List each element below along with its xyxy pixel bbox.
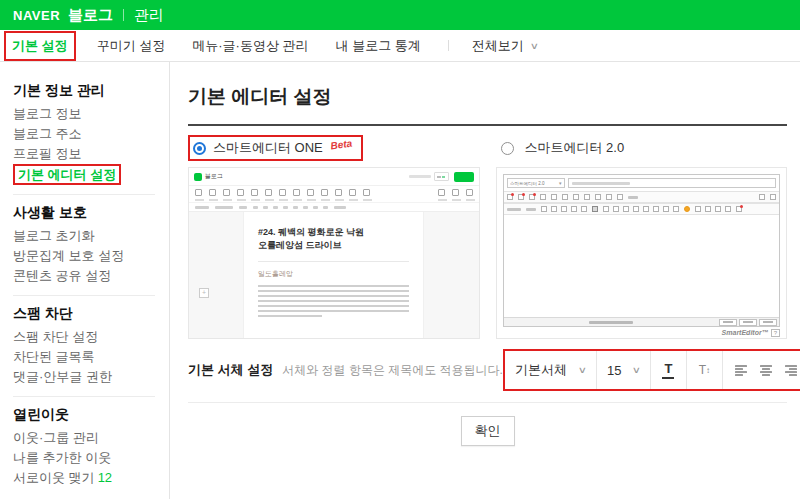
confirm-button[interactable]: 확인 — [461, 416, 515, 446]
format-icon — [613, 206, 619, 212]
font-settings-label: 기본 서체 설정 — [188, 361, 273, 379]
alignment-buttons — [723, 351, 800, 389]
editor-one-label: 스마트에디터 ONE — [213, 139, 323, 157]
sidebar-item-spam-block-settings[interactable]: 스팸 차단 설정 — [13, 327, 169, 347]
toolbar-icon — [279, 189, 286, 196]
font-apply-icon: T — [662, 361, 674, 379]
toolbar-icon — [349, 189, 356, 196]
tab-basic-settings[interactable]: 기본 설정 — [4, 31, 76, 61]
format-icon — [715, 206, 721, 212]
plus-icon: + — [199, 288, 209, 298]
toolbar-icon — [251, 189, 258, 196]
format-icon — [561, 206, 567, 212]
service-name[interactable]: 블로그 — [68, 6, 113, 25]
toolbar-icon — [335, 189, 342, 196]
editor-two-radio-option[interactable]: 스마트에디터 2.0 — [496, 137, 634, 159]
toolbar-icon — [617, 194, 623, 200]
editor-two-toolbar-top — [504, 191, 780, 203]
font-size-dropdown[interactable]: 15 ∨ — [597, 351, 651, 389]
format-icon — [551, 206, 557, 212]
radio-unselected-icon[interactable] — [501, 142, 514, 155]
top-header: NAVER 블로그 관리 — [0, 0, 800, 30]
format-icon — [623, 206, 629, 212]
editor-one-toolbar — [189, 185, 479, 202]
toolbar-icon — [584, 194, 590, 200]
toolbar-icon — [265, 189, 272, 196]
toolbar-icon — [573, 194, 579, 200]
editor-one-radio-option[interactable]: 스마트에디터 ONE Beta — [188, 135, 363, 161]
tab-my-blog-stats[interactable]: 내 블로그 통계 — [336, 37, 421, 55]
document-subtitle: 일도흘레앙 — [258, 269, 409, 279]
sidebar-item-added-me[interactable]: 나를 추가한 이웃 — [13, 448, 169, 468]
toolbar-icon — [759, 194, 765, 200]
editor-two-empty-body — [504, 215, 780, 317]
font-family-value: 기본서체 — [515, 361, 567, 379]
format-icon — [571, 206, 577, 212]
editor-two-toolbar-format — [504, 203, 780, 215]
align-right-icon[interactable] — [785, 365, 797, 376]
all-view-dropdown[interactable]: 전체보기 ∨ — [472, 37, 538, 55]
blog-app-name: 블로그 — [205, 172, 223, 181]
sidebar-item-basic-editor-settings[interactable]: 기본 에디터 설정 — [13, 164, 121, 185]
font-family-dropdown[interactable]: 기본서체 ∨ — [505, 351, 597, 389]
align-center-icon[interactable] — [760, 365, 772, 376]
nav-divider — [448, 40, 449, 51]
sidebar-divider — [13, 295, 155, 296]
format-icon — [303, 206, 308, 209]
sidebar-item-neighbor-group[interactable]: 이웃·그룹 관리 — [13, 428, 169, 448]
toolbar-icon — [209, 189, 216, 196]
sidebar-item-comment-permission[interactable]: 댓글·안부글 권한 — [13, 367, 169, 387]
sidebar-section-title: 스팸 차단 — [13, 305, 169, 322]
all-view-label: 전체보기 — [472, 37, 524, 55]
sidebar-item-mutual-neighbor[interactable]: 서로이웃 맺기12 — [13, 468, 169, 488]
chevron-down-icon: ∨ — [529, 41, 538, 51]
title-input — [568, 178, 777, 188]
toolbar-icon — [363, 189, 370, 196]
editor-one-document: + #24. 퀘백의 평화로운 낙원 오를레앙섬 드라이브 일도흘레앙 — [189, 212, 479, 338]
toolbar-icon — [551, 194, 557, 200]
admin-nav: 기본 설정 꾸미기 설정 메뉴·글·동영상 관리 내 블로그 통계 전체보기 ∨ — [0, 30, 800, 62]
main-content: 기본 에디터 설정 스마트에디터 ONE Beta 블로그 — [170, 62, 800, 499]
default-font-settings-row: 기본 서체 설정 서체와 정렬 항목은 제목에도 적용됩니다. 기본서체 ∨ 1… — [188, 349, 787, 391]
sidebar-divider — [13, 194, 155, 195]
sidebar-item-visit-count-protection[interactable]: 방문집계 보호 설정 — [13, 246, 169, 266]
toolbar-icon — [237, 189, 244, 196]
editor-one-format-bar — [189, 202, 479, 212]
publish-mini-button — [454, 172, 474, 182]
apply-to-title-button[interactable]: T — [651, 351, 687, 389]
sidebar-item-blog-reset[interactable]: 블로그 초기화 — [13, 226, 169, 246]
radio-selected-icon[interactable] — [193, 142, 206, 155]
sidebar-item-content-sharing[interactable]: 콘텐츠 공유 설정 — [13, 266, 169, 286]
toolbar-icon — [606, 194, 612, 200]
chevron-down-icon: ▾ — [559, 180, 562, 186]
toolbar-icon — [321, 189, 328, 196]
sidebar-item-profile-info[interactable]: 프로필 정보 — [13, 144, 169, 164]
sidebar-section-basic-info: 기본 정보 관리 블로그 정보 블로그 주소 프로필 정보 기본 에디터 설정 — [13, 82, 169, 185]
document-paragraph — [258, 285, 409, 317]
tab-decoration-settings[interactable]: 꾸미기 설정 — [97, 37, 166, 55]
toolbar-icon — [307, 189, 314, 196]
editor-two-column: 스마트에디터 2.0 스마트에디터 2.0▾ — [496, 134, 788, 339]
format-icon — [725, 206, 731, 212]
emoticon-icon — [684, 206, 690, 212]
toolbar-icon — [529, 194, 535, 200]
naver-logo[interactable]: NAVER — [13, 8, 60, 23]
admin-section-label: 관리 — [134, 6, 164, 25]
sidebar-section-title: 기본 정보 관리 — [13, 82, 169, 99]
preview-meta-text — [409, 175, 431, 178]
tab-menu-post-video[interactable]: 메뉴·글·동영상 관리 — [192, 37, 308, 55]
sidebar-section-title: 사생활 보호 — [13, 204, 169, 221]
font-controls: 기본서체 ∨ 15 ∨ T T↕ — [503, 349, 800, 391]
settings-sidebar: 기본 정보 관리 블로그 정보 블로그 주소 프로필 정보 기본 에디터 설정 … — [0, 62, 170, 499]
line-height-button[interactable]: T↕ — [687, 351, 723, 389]
align-left-icon[interactable] — [735, 365, 747, 376]
sidebar-item-blog-info[interactable]: 블로그 정보 — [13, 104, 169, 124]
sidebar-item-blog-address[interactable]: 블로그 주소 — [13, 124, 169, 144]
section-rule — [188, 402, 787, 403]
sidebar-item-blocked-posts[interactable]: 차단된 글목록 — [13, 347, 169, 367]
format-icon — [673, 206, 679, 212]
format-icon — [293, 206, 298, 209]
format-icon — [581, 206, 587, 212]
help-icon: ? — [771, 329, 780, 337]
editor-two-status-bar — [504, 317, 780, 326]
